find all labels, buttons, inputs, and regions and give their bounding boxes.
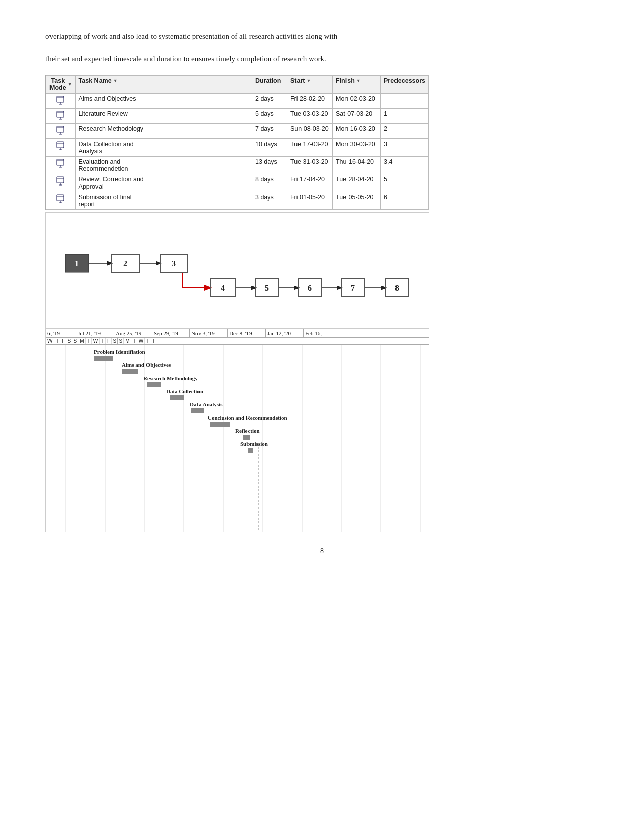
network-diagram: 1 2 3 4 5 6 7 8 [45,212,429,329]
svg-text:4: 4 [221,284,225,292]
table-row: Data Collection and Analysis10 daysTue 1… [46,139,429,157]
task-name-cell: Aims and Objectives [75,94,252,109]
gantt-sub-s1: S [66,338,72,344]
task-table-wrapper: TaskMode ▼ Task Name ▼ Duration Start ▼ … [45,75,429,210]
gantt-sub-w3: W [137,338,145,344]
network-svg: 1 2 3 4 5 6 7 8 [46,213,429,329]
gantt-sub-s4: S [118,338,124,344]
task-duration-cell: 10 days [252,139,287,157]
sort-arrow-mode: ▼ [68,82,72,87]
table-row: Submission of final report3 daysFri 01-0… [46,192,429,210]
task-icon-svg [56,194,66,204]
intro-line2: their set and expected timescale and dur… [45,53,599,65]
gantt-bar-1 [94,356,113,361]
table-row: Research Methodology7 daysSun 08-03-20Mo… [46,124,429,139]
th-duration: Duration [252,76,287,94]
task-mode-icon [46,109,76,124]
svg-text:7: 7 [351,284,355,292]
gantt-date-4: Sep 29, '19 [152,329,190,337]
gantt-label-7: Reflection [235,428,260,434]
sort-arrow-finish: ▼ [356,78,361,83]
th-task-name: Task Name ▼ [75,76,252,94]
table-row: Literature Review5 daysTue 03-03-20Sat 0… [46,109,429,124]
svg-rect-0 [57,96,64,102]
svg-text:3: 3 [172,259,176,268]
gantt-sub-t1: T [54,338,60,344]
task-finish-cell: Mon 02-03-20 [332,94,380,109]
task-start-cell: Fri 28-02-20 [287,94,332,109]
gantt-bar-4 [170,395,184,400]
task-finish-cell: Mon 30-03-20 [332,139,380,157]
task-start-cell: Sun 08-03-20 [287,124,332,139]
gantt-date-8: Feb 16, [304,329,341,337]
gantt-sub-f1: F [60,338,66,344]
gantt-date-6: Dec 8, '19 [228,329,266,337]
gantt-sub-w2: W [92,338,100,344]
table-row: Review, Correction and Approval8 daysFri… [46,174,429,192]
page-number: 8 [45,547,599,555]
gantt-label-3: Research Methodology [143,375,198,381]
svg-rect-10 [57,177,64,183]
task-icon-svg [56,158,66,168]
task-mode-icon [46,94,76,109]
task-start-cell: Fri 01-05-20 [287,192,332,210]
gantt-sub-t3: T [100,338,106,344]
svg-text:5: 5 [265,284,269,292]
gantt-bar-2 [122,369,138,374]
task-name-cell: Data Collection and Analysis [75,139,252,157]
gantt-sub-t2: T [86,338,92,344]
gantt-sub-t5: T [145,338,151,344]
gantt-sub-s2: S [72,338,78,344]
task-pred-cell: 5 [380,174,428,192]
gantt-bar-6 [210,422,230,427]
task-mode-icon [46,139,76,157]
task-name-cell: Literature Review [75,109,252,124]
sort-arrow-name: ▼ [113,78,118,83]
svg-rect-8 [57,159,64,165]
task-name-cell: Review, Correction and Approval [75,174,252,192]
svg-rect-6 [57,142,64,148]
task-pred-cell: 2 [380,124,428,139]
gantt-header-row: 6, '19 Jul 21, '19 Aug 25, '19 Sep 29, '… [46,329,429,338]
intro-line1: overlapping of work and also lead to sys… [45,30,599,42]
task-pred-cell: 6 [380,192,428,210]
gantt-date-5: Nov 3, '19 [190,329,228,337]
gantt-bar-5 [191,408,204,413]
task-icon-svg [56,110,66,120]
task-finish-cell: Mon 16-03-20 [332,124,380,139]
svg-text:6: 6 [308,284,312,292]
task-icon-svg [56,176,66,186]
task-start-cell: Fri 17-04-20 [287,174,332,192]
task-finish-cell: Tue 28-04-20 [332,174,380,192]
gantt-body: Problem Identifiation Aims and Objective… [46,345,429,532]
gantt-label-8: Submission [240,441,268,447]
gantt-label-6: Conclusion and Recommendetion [208,414,287,421]
task-mode-icon [46,192,76,210]
svg-rect-4 [57,126,64,132]
gantt-date-3: Aug 25, '19 [114,329,152,337]
task-duration-cell: 2 days [252,94,287,109]
gantt-sub-m2: M [124,338,131,344]
gantt-bar-7 [243,435,250,440]
gantt-label-2: Aims and Objectives [122,362,171,368]
th-task-mode: TaskMode ▼ [46,76,76,94]
task-name-cell: Evaluation and Recommendetion [75,157,252,174]
gantt-sub-s3: S [112,338,118,344]
task-name-cell: Submission of final report [75,192,252,210]
svg-rect-12 [57,195,64,201]
task-icon-svg [56,125,66,135]
th-predecessors: Predecessors [380,76,428,94]
task-start-cell: Tue 03-03-20 [287,109,332,124]
gantt-sub-f3: F [151,338,157,344]
task-icon-svg [56,141,66,151]
task-pred-cell: 3 [380,139,428,157]
svg-text:2: 2 [123,259,127,268]
gantt-sub-t4: T [131,338,137,344]
task-duration-cell: 8 days [252,174,287,192]
gantt-label-1: Problem Identifiation [94,349,145,355]
gantt-subheader-row: W T F S S M T W T F S S M T W T F [46,338,429,345]
sort-arrow-start: ▼ [306,78,311,83]
gantt-sub-m1: M [78,338,86,344]
table-row: Evaluation and Recommendetion13 daysTue … [46,157,429,174]
svg-text:8: 8 [395,284,399,292]
